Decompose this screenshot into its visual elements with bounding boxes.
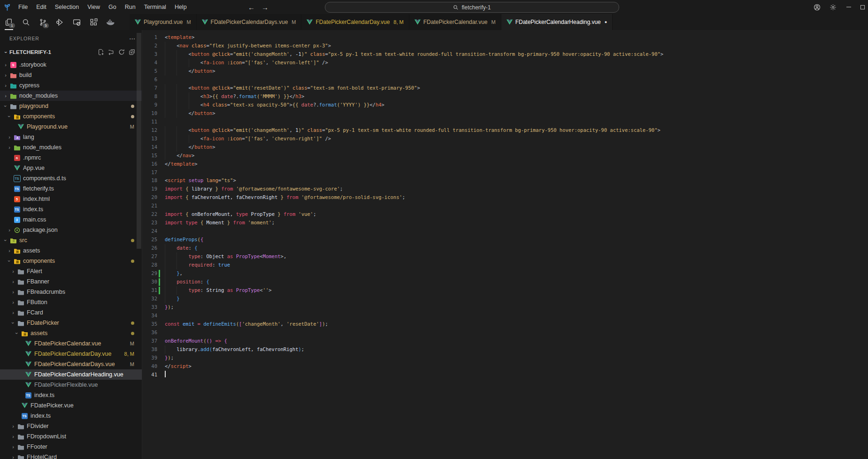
back-button[interactable]: ← <box>248 3 255 11</box>
command-center-search[interactable]: fletcherify-1 <box>325 2 619 13</box>
chevron-collapsed-icon[interactable]: › <box>6 227 13 233</box>
chevron-collapsed-icon[interactable]: › <box>2 83 9 88</box>
tree-item-label: fletcherify.ts <box>23 185 54 192</box>
tree-item-components-d-ts[interactable]: TScomponents.d.ts <box>0 173 142 184</box>
tree-item-cypress[interactable]: › ◦ cypress <box>0 80 142 91</box>
tree-item-fdropdownlist[interactable]: › FDropdownList <box>0 431 142 442</box>
minimize-button[interactable] <box>841 0 857 14</box>
chevron-collapsed-icon[interactable]: › <box>2 62 9 68</box>
activity-search-icon[interactable] <box>20 14 32 30</box>
tree-item-fbreadcrumbs[interactable]: › FBreadcrumbs <box>0 287 142 297</box>
tree-item--npmrc[interactable]: n.npmrc <box>0 153 142 163</box>
tree-item-package-json[interactable]: ›package.json <box>0 225 142 235</box>
tree-item-app-vue[interactable]: App.vue <box>0 163 142 173</box>
tree-item-fdivider[interactable]: › FDivider <box>0 421 142 431</box>
tree-item-falert[interactable]: › FAlert <box>0 266 142 276</box>
chevron-collapsed-icon[interactable]: › <box>6 134 13 140</box>
settings-gear-icon[interactable] <box>825 0 841 14</box>
collapse-all-icon[interactable] <box>129 49 135 55</box>
chevron-expanded-icon[interactable]: › <box>10 319 16 327</box>
chevron-expanded-icon[interactable]: › <box>3 237 8 244</box>
menu-item-edit[interactable]: Edit <box>32 0 51 14</box>
tree-item-fletcherify-ts[interactable]: TSfletcherify.ts <box>0 184 142 194</box>
forward-button[interactable]: → <box>261 3 269 11</box>
chevron-collapsed-icon[interactable]: › <box>9 434 17 439</box>
tree-item-fcard[interactable]: › FCard <box>0 307 142 318</box>
chevron-expanded-icon[interactable]: › <box>3 102 8 110</box>
chevron-collapsed-icon[interactable]: › <box>6 248 13 253</box>
tree-item-index-ts[interactable]: TSindex.ts <box>0 390 142 400</box>
editor-tab[interactable]: FDatePickerCalendarHeading.vue● <box>501 14 613 30</box>
tree-item-fdatepickercalendardays-vue[interactable]: FDatePickerCalendarDays.vueM <box>0 359 142 369</box>
tree-item-index-ts[interactable]: TSindex.ts <box>0 204 142 214</box>
editor-tab[interactable]: FDatePickerCalendarDay.vue8, M <box>301 14 409 30</box>
tree-item-fdatepickercalendarheading-vue[interactable]: FDatePickerCalendarHeading.vue <box>0 369 142 380</box>
chevron-collapsed-icon[interactable]: › <box>9 444 17 450</box>
tree-item-fhotelcard[interactable]: › FHotelCard <box>0 452 142 459</box>
new-folder-icon[interactable] <box>108 49 115 55</box>
tree-item-fdatepicker[interactable]: › FDatePicker <box>0 318 142 328</box>
menu-item-run[interactable]: Run <box>121 0 140 14</box>
tree-item-fdatepickercalendarday-vue[interactable]: FDatePickerCalendarDay.vue8, M <box>0 349 142 359</box>
menu-item-file[interactable]: File <box>14 0 32 14</box>
tree-item--storybook[interactable]: ›S.storybook <box>0 60 142 70</box>
activity-run-debug-icon[interactable] <box>54 14 66 30</box>
tree-item-ffooter[interactable]: › FFooter <box>0 442 142 452</box>
tree-item-fbanner[interactable]: › FBanner <box>0 276 142 287</box>
more-actions-icon[interactable]: ⋯ <box>129 35 135 42</box>
chevron-collapsed-icon[interactable]: › <box>2 93 9 99</box>
tree-item-build[interactable]: › build <box>0 70 142 80</box>
tree-item-playground-vue[interactable]: Playground.vueM <box>0 122 142 132</box>
tree-item-fdatepickercalendar-vue[interactable]: FDatePickerCalendar.vueM <box>0 338 142 349</box>
editor-tab[interactable]: Playground.vueM <box>130 14 197 30</box>
tree-item-index-html[interactable]: 5index.html <box>0 194 142 204</box>
menu-item-view[interactable]: View <box>83 0 104 14</box>
new-file-icon[interactable] <box>98 49 104 55</box>
refresh-icon[interactable] <box>118 49 125 55</box>
tree-item-components[interactable]: › ▦ components <box>0 111 142 122</box>
activity-explorer-icon[interactable]: 1 <box>3 14 15 30</box>
activity-source-control-icon[interactable]: 5 <box>37 14 49 30</box>
tree-item-index-ts[interactable]: TSindex.ts <box>0 411 142 421</box>
menu-item-go[interactable]: Go <box>104 0 121 14</box>
chevron-expanded-icon[interactable]: › <box>7 257 12 265</box>
dirty-dot-indicator[interactable]: ● <box>605 20 607 24</box>
tree-item-fdatepickerflexible-vue[interactable]: FDatePickerFlexible.vue <box>0 380 142 390</box>
tree-item-fbutton[interactable]: › FButton <box>0 297 142 307</box>
tree-item-node-modules[interactable]: › node_modules <box>0 142 142 153</box>
chevron-collapsed-icon[interactable]: › <box>9 299 17 305</box>
chevron-collapsed-icon[interactable]: › <box>2 72 9 78</box>
chevron-collapsed-icon[interactable]: › <box>9 279 17 284</box>
menu-item-selection[interactable]: Selection <box>51 0 83 14</box>
activity-extensions-icon[interactable] <box>87 14 100 30</box>
menu-item-help[interactable]: Help <box>170 0 191 14</box>
tree-item-lang[interactable]: › A lang <box>0 132 142 142</box>
chevron-expanded-icon[interactable]: › <box>14 329 20 337</box>
chevron-collapsed-icon[interactable]: › <box>9 423 17 429</box>
chevron-collapsed-icon[interactable]: › <box>9 310 17 315</box>
code-editor[interactable]: 1<template>2<nav class="flex justify-bet… <box>142 30 868 459</box>
sidebar-scrollbar[interactable] <box>137 33 141 249</box>
activity-remote-window-icon[interactable] <box>70 14 83 30</box>
maximize-button[interactable] <box>857 0 868 14</box>
menu-item-terminal[interactable]: Terminal <box>140 0 170 14</box>
chevron-collapsed-icon[interactable]: › <box>6 145 13 150</box>
editor-tab[interactable]: FDatePickerCalendar.vueM <box>409 14 501 30</box>
tree-item-src[interactable]: › ‹› src <box>0 235 142 245</box>
chevron-collapsed-icon[interactable]: › <box>9 268 17 274</box>
tree-item-playground[interactable]: › playground <box>0 101 142 111</box>
tree-item-components[interactable]: › ▦ components <box>0 256 142 266</box>
workspace-root-row[interactable]: › FLETCHERIFY-1 <box>0 47 142 57</box>
tree-item-assets[interactable]: › ▣ assets <box>0 328 142 338</box>
activity-docker-icon[interactable] <box>104 14 116 30</box>
chevron-collapsed-icon[interactable]: › <box>9 454 17 459</box>
code-token: button <box>194 110 212 116</box>
tree-item-assets[interactable]: › ▣ assets <box>0 245 142 256</box>
tree-item-fdatepicker-vue[interactable]: FDatePicker.vue <box>0 400 142 411</box>
editor-tab[interactable]: FDatePickerCalendarDays.vueM <box>197 14 302 30</box>
tree-item-main-css[interactable]: 3main.css <box>0 214 142 225</box>
account-icon[interactable] <box>809 0 825 14</box>
chevron-collapsed-icon[interactable]: › <box>9 289 17 295</box>
chevron-expanded-icon[interactable]: › <box>7 113 12 120</box>
tree-item-node-modules[interactable]: › node_modules <box>0 91 142 101</box>
